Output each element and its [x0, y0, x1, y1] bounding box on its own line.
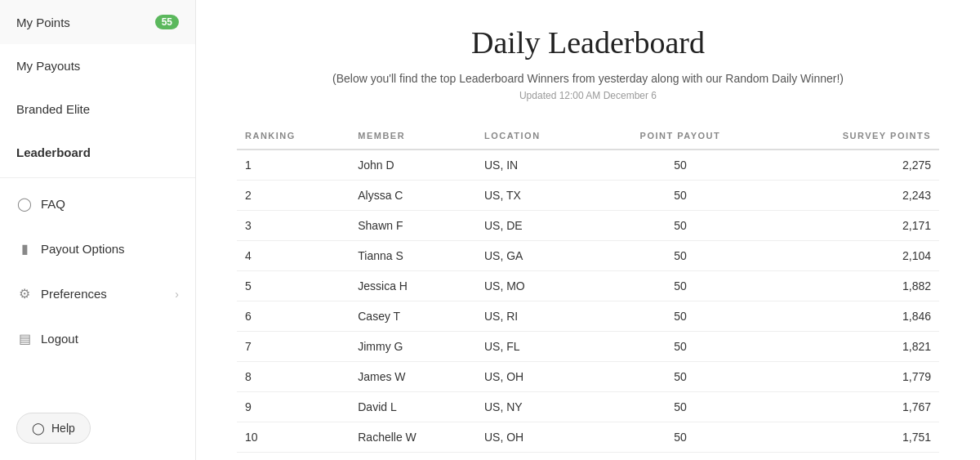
sidebar-item-faq[interactable]: ◯ FAQ [0, 181, 195, 226]
col-member: Member [350, 124, 476, 150]
cell-location: US, FL [476, 332, 599, 362]
table-row: 9David LUS, NY501,767 [237, 392, 939, 422]
table-row: ◆Paula BUS, NC501,599 [237, 453, 939, 461]
table-row: 6Casey TUS, RI501,846 [237, 301, 939, 332]
cell-ranking: 4 [237, 241, 350, 271]
cell-member: David L [350, 392, 476, 422]
sidebar-item-label: Preferences [41, 287, 107, 301]
cell-member: Rachelle W [350, 422, 476, 453]
sidebar-item-label: My Payouts [16, 59, 80, 73]
cell-payout: 50 [599, 211, 762, 241]
cell-points: 1,882 [762, 271, 939, 301]
sidebar: My Points 55 My Payouts Branded Elite Le… [0, 0, 196, 460]
table-row: 10Rachelle WUS, OH501,751 [237, 422, 939, 453]
cell-points: 2,171 [762, 211, 939, 241]
cell-location: US, DE [476, 211, 599, 241]
cell-points: 2,104 [762, 241, 939, 271]
updated-timestamp: Updated 12:00 AM December 6 [237, 90, 939, 101]
sidebar-item-payout-options[interactable]: ▮ Payout Options [0, 226, 195, 271]
sidebar-item-my-points[interactable]: My Points 55 [0, 0, 195, 44]
cell-member: Alyssa C [350, 181, 476, 211]
cell-ranking: 7 [237, 332, 350, 362]
cell-location: US, IN [476, 150, 599, 181]
col-location: Location [476, 124, 599, 150]
cell-location: US, OH [476, 422, 599, 453]
cell-points: 2,243 [762, 181, 939, 211]
help-icon: ◯ [32, 422, 45, 435]
circle-question-icon: ◯ [16, 196, 33, 212]
cell-payout: 50 [599, 332, 762, 362]
sidebar-item-branded-elite[interactable]: Branded Elite [0, 87, 195, 131]
points-badge: 55 [155, 15, 179, 29]
cell-ranking: ◆ [237, 453, 350, 461]
col-ranking: Ranking [237, 124, 350, 150]
cell-member: John D [350, 150, 476, 181]
table-row: 2Alyssa CUS, TX502,243 [237, 181, 939, 211]
cell-points: 1,846 [762, 301, 939, 332]
table-row: 1John DUS, IN502,275 [237, 150, 939, 181]
cell-points: 1,599 [762, 453, 939, 461]
cell-points: 1,821 [762, 332, 939, 362]
sidebar-item-my-payouts[interactable]: My Payouts [0, 44, 195, 87]
sidebar-item-label: FAQ [41, 197, 65, 211]
cell-location: US, OH [476, 362, 599, 392]
table-row: 8James WUS, OH501,779 [237, 362, 939, 392]
cell-payout: 50 [599, 271, 762, 301]
cell-payout: 50 [599, 422, 762, 453]
subtitle: (Below you'll find the top Leaderboard W… [237, 72, 939, 85]
cell-points: 2,275 [762, 150, 939, 181]
leaderboard-table: Ranking Member Location Point Payout Sur… [237, 124, 939, 460]
cell-member: Tianna S [350, 241, 476, 271]
cell-points: 1,779 [762, 362, 939, 392]
page-title: Daily Leaderboard [237, 25, 939, 60]
sidebar-item-label: Branded Elite [16, 102, 90, 116]
sidebar-item-preferences[interactable]: ⚙ Preferences › [0, 271, 195, 316]
cell-member: Paula B [350, 453, 476, 461]
help-label: Help [51, 422, 75, 435]
col-payout: Point Payout [599, 124, 762, 150]
cell-ranking: 10 [237, 422, 350, 453]
cell-ranking: 5 [237, 271, 350, 301]
table-row: 5Jessica HUS, MO501,882 [237, 271, 939, 301]
sidebar-item-label: Payout Options [41, 242, 125, 256]
cell-payout: 50 [599, 453, 762, 461]
cell-location: US, NY [476, 392, 599, 422]
cell-ranking: 8 [237, 362, 350, 392]
cell-location: US, GA [476, 241, 599, 271]
gear-icon: ⚙ [16, 286, 33, 301]
cell-payout: 50 [599, 392, 762, 422]
cell-ranking: 9 [237, 392, 350, 422]
cell-member: Shawn F [350, 211, 476, 241]
cell-ranking: 1 [237, 150, 350, 181]
credit-card-icon: ▮ [16, 241, 33, 257]
cell-member: Casey T [350, 301, 476, 332]
cell-payout: 50 [599, 181, 762, 211]
cell-ranking: 2 [237, 181, 350, 211]
cell-member: Jessica H [350, 271, 476, 301]
help-button[interactable]: ◯ Help [16, 413, 91, 444]
col-points: Survey Points [762, 124, 939, 150]
cell-payout: 50 [599, 362, 762, 392]
sidebar-item-label: Logout [41, 332, 78, 346]
cell-payout: 50 [599, 241, 762, 271]
cell-points: 1,767 [762, 392, 939, 422]
cell-member: Jimmy G [350, 332, 476, 362]
cell-ranking: 6 [237, 301, 350, 332]
table-row: 4Tianna SUS, GA502,104 [237, 241, 939, 271]
cell-location: US, TX [476, 181, 599, 211]
sidebar-item-leaderboard[interactable]: Leaderboard [0, 131, 195, 174]
main-content: Daily Leaderboard (Below you'll find the… [196, 0, 980, 460]
chevron-right-icon: › [175, 288, 179, 301]
cell-payout: 50 [599, 301, 762, 332]
cell-location: US, RI [476, 301, 599, 332]
cell-location: US, MO [476, 271, 599, 301]
table-row: 7Jimmy GUS, FL501,821 [237, 332, 939, 362]
cell-points: 1,751 [762, 422, 939, 453]
logout-icon: ▤ [16, 331, 33, 346]
sidebar-item-label: My Points [16, 16, 70, 29]
sidebar-item-logout[interactable]: ▤ Logout [0, 316, 195, 361]
sidebar-divider-1 [0, 177, 195, 178]
cell-ranking: 3 [237, 211, 350, 241]
cell-member: James W [350, 362, 476, 392]
sidebar-item-label: Leaderboard [16, 145, 91, 159]
